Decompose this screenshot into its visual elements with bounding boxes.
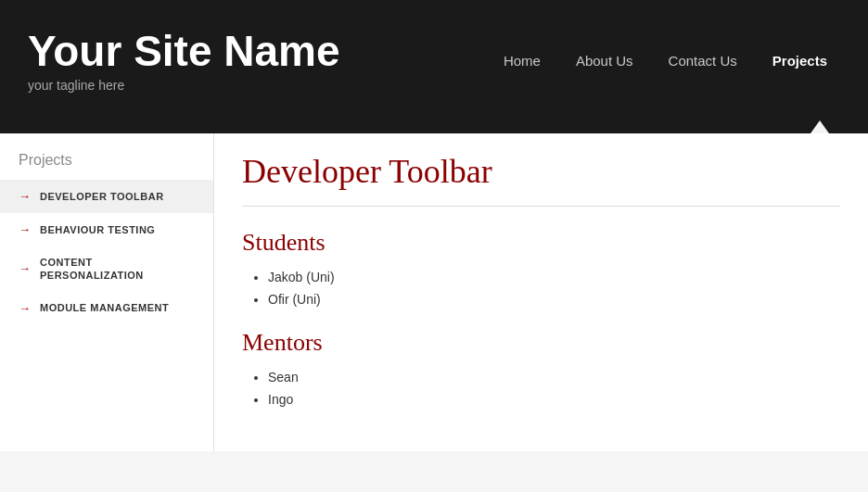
- sidebar-item-content-personalization[interactable]: → CONTENT PERSONALIZATION: [0, 246, 213, 292]
- site-branding: Your Site Name your tagline here: [28, 28, 340, 94]
- page-wrapper: Projects → DEVELOPER TOOLBAR → BEHAVIOUR…: [0, 133, 868, 451]
- main-content: Developer Toolbar Students Jakob (Uni) O…: [213, 133, 868, 451]
- sidebar: Projects → DEVELOPER TOOLBAR → BEHAVIOUR…: [0, 133, 213, 451]
- page-heading: Developer Toolbar: [242, 152, 840, 207]
- sidebar-item-module-management[interactable]: → MODULE MANAGEMENT: [0, 292, 213, 325]
- nav-home[interactable]: Home: [491, 45, 554, 76]
- list-item: Ingo: [268, 392, 840, 407]
- list-item: Sean: [268, 370, 840, 385]
- sidebar-item-behaviour-testing[interactable]: → BEHAVIOUR TESTING: [0, 213, 213, 246]
- sidebar-item-label: CONTENT PERSONALIZATION: [40, 256, 198, 283]
- nav-projects[interactable]: Projects: [760, 45, 840, 76]
- site-tagline: your tagline here: [28, 78, 340, 93]
- sidebar-item-label: DEVELOPER TOOLBAR: [40, 190, 164, 203]
- arrow-icon: →: [19, 301, 31, 316]
- section-mentors-heading: Mentors: [242, 329, 840, 357]
- sidebar-item-label: BEHAVIOUR TESTING: [40, 223, 155, 236]
- sidebar-nav: → DEVELOPER TOOLBAR → BEHAVIOUR TESTING …: [0, 180, 213, 325]
- sidebar-item-label: MODULE MANAGEMENT: [40, 301, 169, 314]
- mentors-list: Sean Ingo: [242, 370, 840, 407]
- sidebar-item-developer-toolbar[interactable]: → DEVELOPER TOOLBAR: [0, 180, 213, 213]
- arrow-icon: →: [19, 222, 31, 237]
- nav-about[interactable]: About Us: [563, 45, 646, 76]
- students-list: Jakob (Uni) Ofir (Uni): [242, 270, 840, 307]
- list-item: Jakob (Uni): [268, 270, 840, 284]
- section-students-heading: Students: [242, 229, 840, 257]
- site-header: Your Site Name your tagline here Home Ab…: [0, 0, 868, 120]
- arrow-icon: →: [19, 261, 31, 276]
- arrow-icon: →: [19, 189, 31, 204]
- main-nav: Home About Us Contact Us Projects: [491, 45, 840, 76]
- list-item: Ofir (Uni): [268, 292, 840, 307]
- sidebar-title: Projects: [0, 152, 213, 180]
- nav-contact[interactable]: Contact Us: [656, 45, 750, 76]
- site-title: Your Site Name: [28, 28, 340, 75]
- nav-arrow-indicator: [0, 120, 868, 133]
